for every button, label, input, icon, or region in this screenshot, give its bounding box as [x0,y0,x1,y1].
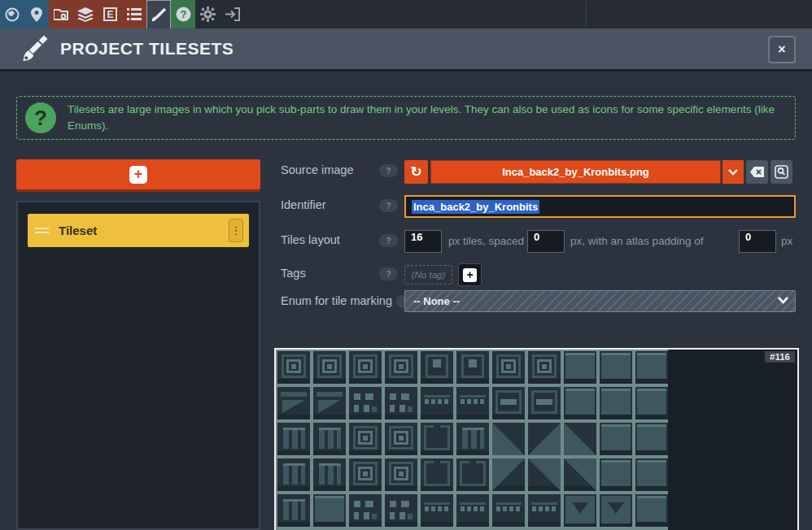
tile-count-badge: #116 [765,351,795,363]
layers-icon[interactable] [73,0,98,28]
tileset-preview[interactable]: #116 [274,348,799,530]
magnifier-icon [775,165,788,179]
plus-icon: + [463,268,477,282]
add-tag-button[interactable]: + [458,263,482,286]
entities-glyph: E [107,9,113,20]
tiles-layout-text-1: px tiles, spaced by [448,235,539,247]
enum-marking-row: Enum for tile marking ? -- None -- [281,291,796,315]
enum-marking-label: Enum for tile marking [281,294,392,307]
tiles-layout-row: Tiles layout ? 16 px tiles, spaced by 0 … [281,230,796,254]
entities-icon[interactable]: E [98,0,122,28]
tiles-layout-text-2: px, with an atlas padding of [570,235,704,247]
identifier-row: Identifier ? Inca_back2_by_Kronbits [281,195,796,219]
panel-header: PROJECT TILESETS × [0,28,812,72]
source-image-row: Source image ? ↻ Inca_back2_by_Kronbits.… [281,160,796,185]
add-tileset-button[interactable]: + [16,159,260,189]
level-pin-icon[interactable] [24,0,49,28]
toolbar-divider [585,2,587,27]
question-circle-icon: ? [25,102,56,133]
tiles-layout-text-3: px [781,235,792,247]
tileset-list-item[interactable]: Tileset ⋮ [28,214,249,247]
close-button[interactable]: × [768,36,796,63]
source-image-dropdown-button[interactable] [723,160,744,184]
item-menu-button[interactable]: ⋮ [229,219,243,242]
atlas-padding-input[interactable]: 0 [739,230,776,253]
drag-handle-icon[interactable] [35,225,49,236]
exit-icon[interactable] [220,0,244,28]
enums-icon[interactable] [122,0,146,28]
help-badge-icon[interactable]: ? [379,267,398,280]
source-image-label: Source image [281,163,353,176]
svg-text:?: ? [180,8,186,20]
tags-label: Tags [281,267,306,280]
tile-size-input[interactable]: 16 [404,230,442,253]
tags-row: Tags ? (No tag) + [281,263,796,288]
clear-image-button[interactable] [746,160,768,184]
tileset-item-label: Tileset [59,224,97,237]
tileset-image[interactable] [276,350,668,530]
backspace-clear-icon [750,167,764,177]
main-toolbar: E ? [0,0,812,28]
tileset-list: Tileset ⋮ [16,201,260,530]
enum-selected-value: -- None -- [413,295,460,307]
enum-marking-select[interactable]: -- None -- [404,290,796,312]
help-text: Tilesets are large images in which you p… [68,102,782,133]
refresh-image-button[interactable]: ↻ [404,160,428,184]
tilesets-icon[interactable] [146,0,171,28]
plus-icon: + [129,166,147,184]
help-badge-icon[interactable]: ? [379,234,398,247]
chevron-down-icon [778,297,788,304]
help-icon[interactable]: ? [171,0,195,28]
page-title: PROJECT TILESETS [60,39,234,59]
identifier-input[interactable]: Inca_back2_by_Kronbits [404,195,796,218]
paintbrush-icon [20,34,49,63]
project-settings-icon[interactable] [49,0,73,28]
tiles-layout-label: Tiles layout [281,233,340,246]
world-icon[interactable] [0,0,24,28]
chevron-down-icon [728,169,738,176]
identifier-label: Identifier [281,198,326,211]
selected-text: Inca_back2_by_Kronbits [412,200,539,214]
help-box: ? Tilesets are large images in which you… [16,96,796,140]
help-badge-icon[interactable]: ? [379,199,398,212]
help-badge-icon[interactable]: ? [379,164,398,177]
view-image-button[interactable] [771,160,792,184]
settings-gear-icon[interactable] [195,0,220,28]
no-tag-placeholder: (No tag) [404,265,452,285]
source-image-path-button[interactable]: Inca_back2_by_Kronbits.png [430,160,721,184]
project-tilesets-panel: E ? PROJECT TILESETS × ? Tilesets are la… [0,0,812,530]
tile-spacing-input[interactable]: 0 [527,230,565,253]
